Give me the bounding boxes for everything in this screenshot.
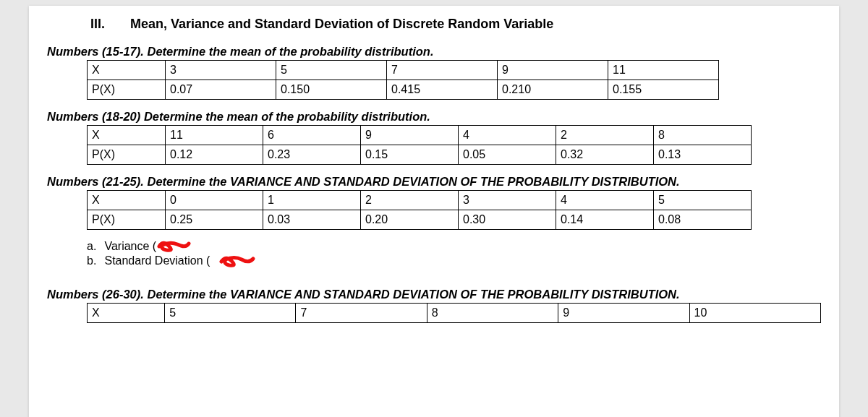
cell: 0.07 [166,80,276,100]
cell: 5 [165,304,296,323]
table-row: X 3 5 7 9 11 [88,61,719,80]
answer-a-letter: a. [87,240,101,253]
cell: 0.415 [387,80,498,100]
cell: 0.155 [608,80,719,100]
red-scribble-icon [217,253,257,269]
cell: 9 [361,126,459,145]
table-row: P(X) 0.25 0.03 0.20 0.30 0.14 0.08 [88,210,752,230]
cell: 11 [608,61,719,80]
cell-xlabel: X [88,61,166,80]
table-row: X 5 7 8 9 10 [88,304,821,323]
table-row: X 0 1 2 3 4 5 [88,191,752,210]
answer-a-text: Variance ( [104,240,156,252]
answer-b-text: Standard Deviation ( [104,254,210,267]
cell: 10 [689,304,821,323]
cell: 6 [263,126,361,145]
cell: 0.30 [459,210,556,230]
table-row: P(X) 0.12 0.23 0.15 0.05 0.32 0.13 [88,145,752,165]
cell: 8 [427,304,558,323]
q2-table: X 11 6 9 4 2 8 P(X) 0.12 0.23 0.15 0.05 … [87,125,752,165]
cell: 0.25 [166,210,263,230]
cell-plabel: P(X) [88,145,166,165]
cell: 0.210 [498,80,608,100]
cell: 7 [387,61,498,80]
cell: 9 [558,304,689,323]
answer-a: a. Variance ( [87,240,821,253]
answer-b: b. Standard Deviation ( [87,254,821,267]
cell: 0 [166,191,263,210]
cell: 4 [459,126,556,145]
cell: 0.12 [166,145,263,165]
cell: 5 [654,191,752,210]
cell: 0.15 [361,145,459,165]
section-title: Mean, Variance and Standard Deviation of… [130,17,553,31]
q4-prompt: Numbers (26-30). Determine the VARIANCE … [47,288,821,301]
cell: 4 [556,191,654,210]
cell: 3 [166,61,276,80]
cell: 3 [459,191,556,210]
q1-table: X 3 5 7 9 11 P(X) 0.07 0.150 0.415 0.210… [87,60,719,100]
red-scribble-icon [156,238,192,254]
section-heading: III. Mean, Variance and Standard Deviati… [90,17,821,32]
cell: 1 [263,191,361,210]
cell: 7 [296,304,427,323]
cell: 5 [276,61,387,80]
cell: 0.08 [654,210,752,230]
q4-table: X 5 7 8 9 10 [87,303,821,323]
q3-answers: a. Variance ( b. Standard Deviation ( [87,240,821,267]
cell: 0.23 [263,145,361,165]
cell: 2 [361,191,459,210]
document-page: III. Mean, Variance and Standard Deviati… [29,6,839,417]
q2-prompt: Numbers (18-20) Determine the mean of th… [47,110,821,124]
section-roman: III. [90,17,127,32]
cell: 9 [498,61,608,80]
cell-xlabel: X [88,126,166,145]
q1-prompt: Numbers (15-17). Determine the mean of t… [47,45,821,59]
cell-plabel: P(X) [88,80,166,100]
cell: 0.14 [556,210,654,230]
cell: 0.13 [654,145,752,165]
table-row: P(X) 0.07 0.150 0.415 0.210 0.155 [88,80,719,100]
table-row: X 11 6 9 4 2 8 [88,126,752,145]
cell: 8 [654,126,752,145]
cell-plabel: P(X) [88,210,166,230]
cell-xlabel: X [88,304,165,323]
cell: 0.20 [361,210,459,230]
answer-b-letter: b. [87,254,101,267]
cell: 0.05 [459,145,556,165]
cell: 11 [166,126,263,145]
cell: 0.32 [556,145,654,165]
cell-xlabel: X [88,191,166,210]
cell: 0.150 [276,80,387,100]
q3-table: X 0 1 2 3 4 5 P(X) 0.25 0.03 0.20 0.30 0… [87,190,752,230]
q3-prompt: Numbers (21-25). Determine the VARIANCE … [47,175,821,189]
cell: 0.03 [263,210,361,230]
cell: 2 [556,126,654,145]
